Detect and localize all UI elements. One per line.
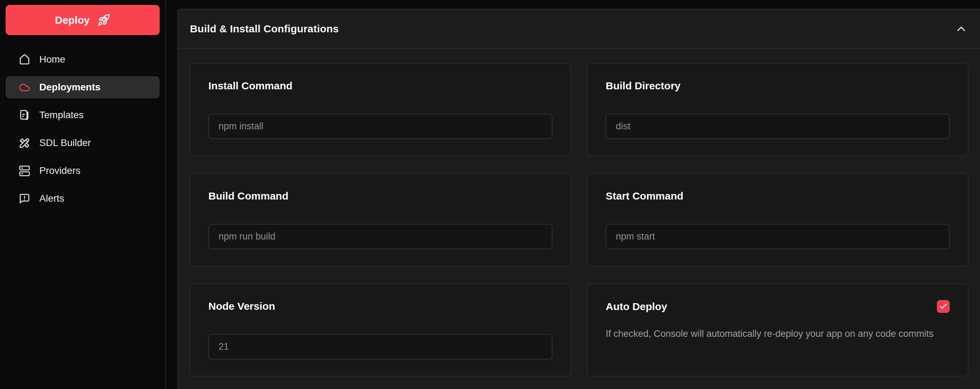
rocket-icon: [97, 14, 110, 26]
panel-title: Build & Install Configurations: [190, 23, 339, 35]
sidebar-item-alerts[interactable]: Alerts: [6, 187, 160, 210]
panel-header: Build & Install Configurations: [178, 10, 980, 49]
build-install-panel: Build & Install Configurations Install C…: [177, 9, 980, 389]
auto-deploy-description: If checked, Console will automatically r…: [606, 327, 950, 341]
start-command-input[interactable]: [606, 224, 950, 249]
tools-icon: [19, 137, 30, 149]
templates-icon: [19, 110, 30, 121]
start-command-card: Start Command: [587, 173, 969, 266]
collapse-button[interactable]: [953, 21, 970, 37]
deploy-button[interactable]: Deploy: [6, 5, 160, 35]
check-icon: [939, 302, 948, 311]
build-command-input[interactable]: [208, 224, 552, 249]
panel-content: Install Command Build Directory Build Co…: [178, 49, 980, 376]
field-label: Build Command: [208, 190, 552, 202]
sidebar-item-sdl-builder[interactable]: SDL Builder: [6, 132, 160, 154]
build-directory-card: Build Directory: [587, 63, 969, 156]
chevron-up-icon: [955, 22, 968, 35]
install-command-input[interactable]: [208, 114, 552, 139]
build-directory-input[interactable]: [606, 114, 950, 139]
deploy-button-label: Deploy: [55, 14, 90, 26]
auto-deploy-checkbox[interactable]: [937, 300, 950, 313]
sidebar-item-label: Alerts: [39, 193, 64, 204]
sidebar-nav: Home Deployments Templates: [6, 48, 160, 210]
field-label: Start Command: [606, 190, 950, 202]
node-version-input[interactable]: [208, 334, 552, 359]
field-label: Install Command: [208, 79, 552, 92]
cloud-icon: [19, 82, 30, 93]
sidebar-item-deployments[interactable]: Deployments: [6, 76, 160, 98]
field-label: Auto Deploy: [606, 300, 667, 313]
sidebar-item-templates[interactable]: Templates: [6, 104, 160, 126]
sidebar-item-providers[interactable]: Providers: [6, 160, 160, 182]
sidebar: Deploy Home Deployments: [0, 0, 166, 389]
field-label: Node Version: [208, 300, 552, 313]
alert-message-icon: [19, 193, 30, 205]
sidebar-item-home[interactable]: Home: [6, 48, 160, 71]
auto-deploy-card: Auto Deploy If checked, Console will aut…: [587, 283, 969, 376]
build-command-card: Build Command: [189, 173, 571, 266]
install-command-card: Install Command: [189, 63, 571, 156]
sidebar-item-label: Providers: [39, 165, 80, 176]
sidebar-item-label: Deployments: [39, 82, 100, 93]
sidebar-item-label: SDL Builder: [39, 137, 91, 148]
home-icon: [19, 54, 30, 65]
node-version-card: Node Version: [189, 283, 571, 376]
field-label: Build Directory: [606, 79, 950, 92]
sidebar-item-label: Templates: [39, 110, 84, 121]
sidebar-item-label: Home: [39, 54, 65, 65]
server-icon: [19, 165, 30, 176]
